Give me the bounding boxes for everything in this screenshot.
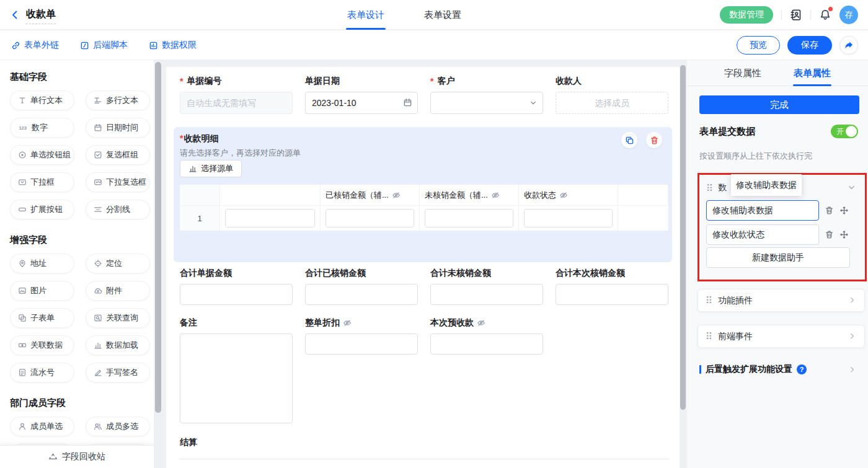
total-current-settle-input[interactable] <box>556 284 668 305</box>
sidebar-item-data-load[interactable]: 数据加载 <box>86 335 150 355</box>
sidebar-item-subform[interactable]: 子表单 <box>10 308 74 328</box>
notification-bell-icon[interactable] <box>819 9 831 21</box>
share-button[interactable] <box>839 36 858 55</box>
drag-handle-icon[interactable] <box>706 296 712 305</box>
preview-button[interactable]: 预览 <box>737 36 780 55</box>
sidebar-item-member-multi[interactable]: 成员多选 <box>86 417 150 436</box>
sidebar-item-number[interactable]: 数字 <box>10 118 74 138</box>
sidebar-item-address[interactable]: 地址 <box>10 254 74 273</box>
chevron-down-icon[interactable] <box>847 182 856 193</box>
plugins-card[interactable]: 功能插件 <box>698 289 865 312</box>
field-total-settled[interactable]: 合计已核销金额 <box>305 268 418 305</box>
cell-input[interactable] <box>326 209 414 227</box>
field-total-current-settle[interactable]: 合计本次核销金额 <box>556 268 668 305</box>
doc-number-input[interactable] <box>180 92 293 114</box>
detail-table: 已核销金额（辅... 未核销金额（辅... 收款状态 1 <box>180 185 668 231</box>
sidebar-item-checkbox-group[interactable]: 复选框组 <box>86 145 150 165</box>
field-discount[interactable]: 整单折扣 <box>305 317 418 426</box>
cell-input[interactable] <box>425 209 513 227</box>
field-doc-number[interactable]: 单据编号 <box>180 76 293 114</box>
item-label: 日期时间 <box>106 122 138 133</box>
sidebar-item-image[interactable]: 图片 <box>10 281 74 301</box>
field-label: 客户 <box>430 76 543 87</box>
form-external-link[interactable]: 表单外链 <box>11 40 59 51</box>
receipt-detail-section[interactable]: 收款明细 请先选择客户，再选择对应的源单 选择源单 已核销金额（辅... 未核销… <box>174 127 672 262</box>
trash-icon[interactable] <box>646 132 662 148</box>
tab-form-design[interactable]: 表单设计 <box>347 0 384 30</box>
sidebar-item-radio-group[interactable]: 单选按钮组 <box>10 145 74 165</box>
move-icon[interactable] <box>839 230 849 239</box>
eye-off-icon[interactable] <box>477 319 485 327</box>
sidebar-item-relation-data[interactable]: 关联数据 <box>10 335 74 355</box>
trash-icon[interactable] <box>825 206 834 215</box>
backend-script-link[interactable]: 后端脚本 <box>80 40 128 51</box>
prepay-input[interactable] <box>430 333 543 355</box>
cell-input[interactable] <box>225 209 315 227</box>
item-label: 流水号 <box>30 367 55 378</box>
sidebar-item-single-text[interactable]: 单行文本 <box>10 91 74 110</box>
eye-off-icon[interactable] <box>491 191 500 200</box>
field-doc-date[interactable]: 单据日期 <box>305 76 418 114</box>
eye-off-icon[interactable] <box>392 191 401 200</box>
back-button[interactable] <box>10 10 20 20</box>
sidebar-item-multi-text[interactable]: 多行文本 <box>86 91 150 110</box>
tab-form-properties[interactable]: 表单属性 <box>794 60 831 86</box>
form-submit-toggle[interactable]: 开 <box>831 125 858 138</box>
detail-actions <box>621 132 662 148</box>
select-source-doc-button[interactable]: 选择源单 <box>180 160 242 177</box>
eye-off-icon[interactable] <box>343 319 352 327</box>
data-manage-button[interactable]: 数据管理 <box>720 6 773 24</box>
cell-input[interactable] <box>524 209 613 227</box>
total-amount-input[interactable] <box>180 284 293 305</box>
discount-input[interactable] <box>305 333 418 355</box>
customer-select[interactable] <box>430 92 543 114</box>
tab-form-settings[interactable]: 表单设置 <box>424 0 461 30</box>
new-data-assistant-button[interactable]: 新建数据助手 <box>706 247 850 268</box>
sidebar-item-extend-button[interactable]: 扩展按钮 <box>10 200 74 219</box>
item-label: 图片 <box>30 285 46 296</box>
avatar[interactable]: 存 <box>839 6 858 24</box>
sidebar-scrollbar[interactable] <box>155 62 161 413</box>
field-total-unsettled[interactable]: 合计未核销金额 <box>430 268 543 305</box>
field-prepay[interactable]: 本次预收款 <box>430 317 543 426</box>
trash-icon[interactable] <box>825 230 834 239</box>
field-payee[interactable]: 收款人 <box>556 76 668 114</box>
eye-off-icon[interactable] <box>559 191 568 200</box>
tab-field-properties[interactable]: 字段属性 <box>724 60 761 86</box>
field-customer[interactable]: 客户 <box>430 76 543 114</box>
done-button[interactable]: 完成 <box>699 95 859 114</box>
sidebar-item-dropdown[interactable]: 下拉框 <box>10 172 74 192</box>
frontend-events-card[interactable]: 前端事件 <box>698 325 865 348</box>
doc-date-input[interactable] <box>305 92 418 114</box>
sidebar-item-divider[interactable]: 分割线 <box>86 200 150 219</box>
move-icon[interactable] <box>839 206 849 215</box>
data-assistant-group-header[interactable]: 数 <box>706 182 727 193</box>
field-recycle-bin[interactable]: 字段回收站 <box>0 445 154 468</box>
remark-textarea[interactable] <box>180 333 293 423</box>
sidebar-item-member-single[interactable]: 成员单选 <box>10 417 74 436</box>
assistant-item-2-input[interactable] <box>706 224 819 245</box>
canvas-row-3: 备注 整单折扣 本次预收款 <box>180 317 668 426</box>
save-button[interactable]: 保存 <box>787 36 832 55</box>
sidebar-item-multi-dropdown[interactable]: 下拉复选框 <box>86 172 150 192</box>
drag-handle-icon[interactable] <box>706 332 712 341</box>
total-settled-input[interactable] <box>305 284 418 305</box>
total-unsettled-input[interactable] <box>430 284 543 305</box>
field-total-amount[interactable]: 合计单据金额 <box>180 268 293 305</box>
sidebar-item-location[interactable]: 定位 <box>86 254 150 273</box>
post-trigger-settings[interactable]: 后置触发扩展功能设置 <box>699 364 857 375</box>
field-remark[interactable]: 备注 <box>180 317 293 426</box>
sidebar-item-attachment[interactable]: 附件 <box>86 281 150 301</box>
address-book-icon[interactable] <box>790 9 802 21</box>
drag-handle-icon[interactable] <box>706 183 713 193</box>
sidebar-item-relation-query[interactable]: 关联查询 <box>86 308 150 328</box>
assistant-item-1-input[interactable] <box>706 200 819 221</box>
sidebar-item-datetime[interactable]: 日期时间 <box>86 118 150 138</box>
payee-member-picker[interactable] <box>556 92 668 114</box>
sidebar-item-serial-number[interactable]: 流水号 <box>10 363 74 382</box>
data-permission-link[interactable]: 数据权限 <box>149 40 197 51</box>
copy-icon[interactable] <box>621 132 637 148</box>
help-icon[interactable] <box>797 364 807 374</box>
sidebar-item-signature[interactable]: 手写签名 <box>86 363 150 382</box>
canvas-scrollbar[interactable] <box>680 65 686 410</box>
